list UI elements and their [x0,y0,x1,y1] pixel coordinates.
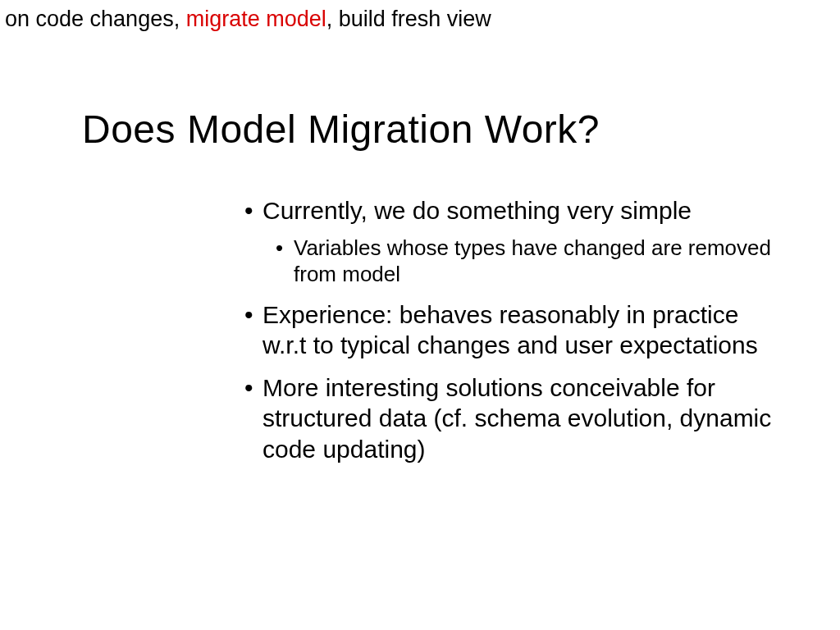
header-part1: on code changes, [5,7,186,31]
bullet-1-sub: Variables whose types have changed are r… [294,235,788,288]
header-highlight: migrate model [186,7,326,31]
bullet-3: More interesting solutions conceivable f… [262,372,788,465]
header-part2: , build fresh view [326,7,491,31]
slide-body: Currently, we do something very simple V… [262,195,788,476]
bullet-1: Currently, we do something very simple [262,195,788,226]
bullet-2: Experience: behaves reasonably in practi… [262,299,788,361]
slide-header: on code changes, migrate model, build fr… [5,7,491,32]
slide-title: Does Model Migration Work? [82,107,600,152]
